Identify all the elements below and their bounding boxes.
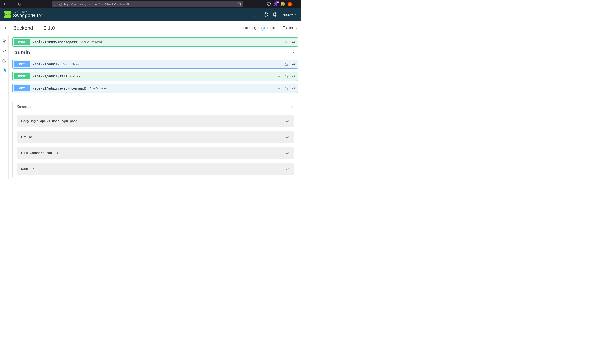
schemas-header[interactable]: Schemas bbox=[13, 102, 298, 112]
profile-icon[interactable] bbox=[288, 2, 292, 6]
endpoint-summary: Admin Check bbox=[63, 63, 79, 66]
main-area: POST /api/v1/user/updatepass Update Pass… bbox=[0, 35, 301, 179]
chevron-down-icon[interactable] bbox=[277, 63, 281, 66]
svg-point-10 bbox=[274, 27, 274, 28]
svg-point-15 bbox=[3, 39, 4, 41]
export-label: Export bbox=[283, 26, 295, 30]
opblock-updatepass[interactable]: POST /api/v1/user/updatepass Update Pass… bbox=[12, 38, 298, 47]
method-badge: POST bbox=[14, 39, 30, 45]
opblock-admin-check[interactable]: GET /api/v1/admin/ Admin Check bbox=[12, 60, 298, 69]
docs-icon[interactable] bbox=[2, 68, 6, 72]
lock-icon bbox=[59, 2, 62, 6]
chevron-down-icon[interactable] bbox=[285, 40, 288, 44]
unlock-icon[interactable] bbox=[285, 87, 288, 90]
browser-right-icons: 11 bbox=[267, 2, 299, 6]
settings-button[interactable] bbox=[252, 25, 259, 31]
code-icon[interactable] bbox=[2, 49, 6, 53]
svg-point-8 bbox=[274, 13, 276, 15]
app-header: {··} SMARTBEAR SwaggerHub™ 7Rocky bbox=[0, 8, 301, 21]
schema-name: User bbox=[21, 167, 28, 170]
browser-toolbar: https://app.swaggerhub.com/apis/7Rocky/B… bbox=[0, 0, 301, 8]
endpoint-path: /api/v1/user/updatepass bbox=[33, 40, 77, 44]
svg-line-13 bbox=[273, 28, 274, 28]
chevron-up-icon[interactable] bbox=[290, 105, 294, 109]
chevron-up-icon[interactable] bbox=[291, 51, 295, 55]
chat-icon[interactable] bbox=[254, 12, 259, 17]
schemas-body: Body_login_api_v1_user_login_post GetFil… bbox=[13, 112, 298, 178]
api-name-dropdown[interactable]: Backend bbox=[13, 25, 33, 31]
svg-point-12 bbox=[274, 28, 274, 29]
edit-icon[interactable] bbox=[2, 59, 6, 63]
method-badge: POST bbox=[14, 73, 30, 79]
chevron-down-icon[interactable] bbox=[277, 75, 281, 78]
chevron-down-icon bbox=[295, 13, 297, 16]
tag-header-admin[interactable]: admin bbox=[14, 50, 298, 56]
schema-name: Body_login_api_v1_user_login_post bbox=[21, 119, 77, 123]
endpoint-summary: Update Password bbox=[80, 40, 102, 44]
back-button[interactable] bbox=[2, 1, 8, 7]
hamburger-icon[interactable] bbox=[295, 2, 299, 6]
username-label: 7Rocky bbox=[282, 13, 293, 16]
schema-row[interactable]: HTTPValidationError bbox=[17, 147, 294, 159]
shield-icon bbox=[53, 2, 57, 6]
return-icon[interactable] bbox=[286, 135, 289, 139]
endpoint-path: /api/v1/admin/exec/{command} bbox=[33, 87, 87, 90]
return-icon[interactable] bbox=[292, 63, 295, 66]
schema-row[interactable]: Body_login_api_v1_user_login_post bbox=[17, 115, 294, 127]
svg-rect-19 bbox=[285, 76, 287, 78]
endpoint-path: /api/v1/admin/ bbox=[33, 62, 60, 66]
chevron-down-icon: ▾ bbox=[35, 27, 36, 29]
schema-row[interactable]: GetFile bbox=[17, 131, 294, 143]
collaborators-icon[interactable] bbox=[2, 39, 6, 43]
schema-row[interactable]: User bbox=[17, 163, 294, 175]
svg-rect-18 bbox=[285, 64, 287, 65]
cookie-icon[interactable] bbox=[281, 2, 285, 6]
user-menu[interactable]: 7Rocky bbox=[282, 13, 297, 16]
extension-icon[interactable]: 11 bbox=[274, 2, 278, 6]
pocket-icon[interactable] bbox=[267, 2, 271, 6]
content-panel: POST /api/v1/user/updatepass Update Pass… bbox=[9, 35, 301, 179]
schemas-title: Schemas bbox=[16, 104, 32, 109]
forward-button[interactable] bbox=[9, 1, 15, 7]
notifications-button[interactable] bbox=[261, 25, 268, 31]
chevron-right-icon bbox=[36, 135, 39, 138]
svg-marker-1 bbox=[238, 2, 241, 5]
return-icon[interactable] bbox=[286, 119, 289, 123]
opblock-admin-exec[interactable]: GET /api/v1/admin/exec/{command} Run Com… bbox=[12, 84, 298, 93]
return-icon[interactable] bbox=[292, 40, 295, 44]
brand-big: SwaggerHub bbox=[13, 13, 41, 18]
return-icon[interactable] bbox=[286, 151, 289, 155]
star-icon[interactable] bbox=[238, 2, 241, 6]
method-badge: GET bbox=[14, 85, 30, 91]
help-icon[interactable] bbox=[263, 12, 268, 17]
logo-text: SMARTBEAR SwaggerHub™ bbox=[13, 11, 42, 18]
svg-point-5 bbox=[264, 13, 268, 16]
svg-line-14 bbox=[273, 27, 274, 28]
chevron-down-icon[interactable] bbox=[277, 87, 281, 90]
url-text: https://app.swaggerhub.com/apis/7Rocky/B… bbox=[64, 2, 236, 6]
reload-button[interactable] bbox=[17, 1, 23, 7]
chevron-down-icon: ▾ bbox=[57, 27, 58, 29]
svg-rect-0 bbox=[60, 4, 62, 5]
back-to-list-button[interactable] bbox=[4, 26, 8, 30]
schemas-section: Schemas Body_login_api_v1_user_login_pos… bbox=[12, 102, 298, 178]
user-icon[interactable] bbox=[273, 12, 278, 17]
schema-name: GetFile bbox=[21, 135, 32, 139]
version-dropdown[interactable]: 0.1.0 bbox=[43, 25, 55, 31]
return-icon[interactable] bbox=[286, 167, 289, 170]
method-badge: GET bbox=[14, 61, 30, 67]
logo-icon: {··} bbox=[4, 11, 11, 18]
unlock-icon[interactable] bbox=[285, 75, 288, 78]
document-button[interactable] bbox=[243, 25, 250, 31]
address-bar[interactable]: https://app.swaggerhub.com/apis/7Rocky/B… bbox=[52, 1, 243, 7]
extension-badge: 11 bbox=[276, 1, 279, 3]
export-button[interactable]: Export ▾ bbox=[283, 26, 297, 30]
unlock-icon[interactable] bbox=[285, 63, 288, 66]
return-icon[interactable] bbox=[292, 75, 295, 78]
opblock-admin-file[interactable]: POST /api/v1/admin/file Get File bbox=[12, 72, 298, 81]
app-logo[interactable]: {··} SMARTBEAR SwaggerHub™ bbox=[4, 11, 42, 18]
share-button[interactable] bbox=[270, 25, 276, 31]
schema-name: HTTPValidationError bbox=[21, 151, 52, 155]
return-icon[interactable] bbox=[292, 87, 295, 90]
chevron-down-icon: ▾ bbox=[296, 27, 297, 29]
